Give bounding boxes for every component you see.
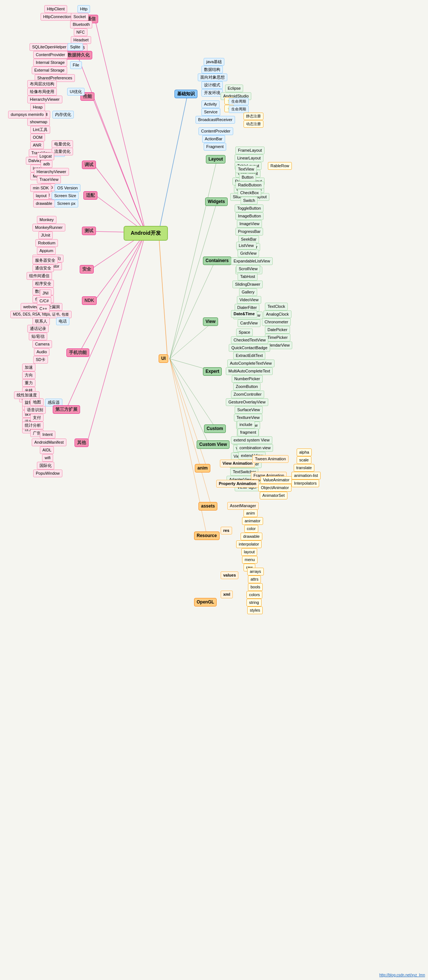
node-jiasu: 加速 <box>22 364 35 371</box>
node-drawable: drawable <box>33 200 55 207</box>
node-sheji: 设计模式 <box>202 81 223 89</box>
svg-line-12 <box>159 232 167 359</box>
category-anim[interactable]: anim <box>195 464 210 473</box>
center-node: Android开发 <box>124 226 168 241</box>
node-tabhost: TabHost <box>238 273 258 280</box>
node-cpp: C++ <box>37 305 50 313</box>
svg-line-15 <box>170 261 215 359</box>
category-custom[interactable]: Custom <box>204 425 226 433</box>
node-hierarchyviewer1: HierarchyViewer <box>27 95 62 103</box>
node-liuliang: 流量优化 <box>52 148 73 155</box>
node-lianxiren: 联系人 <box>32 317 50 325</box>
node-values: values <box>221 571 239 579</box>
node-multiauto: MultiAutoCompleteText <box>226 367 273 375</box>
node-yuyin: 语音识别 <box>24 406 46 414</box>
node-manifest: AndroidManifest <box>32 439 67 446</box>
node-autocomplete: AutoCompleteTextView <box>227 360 275 367</box>
category-customview[interactable]: Custom View <box>197 441 229 449</box>
category-resource[interactable]: Resource <box>194 531 220 540</box>
node-button: Button <box>239 173 256 181</box>
category-layout[interactable]: Layout <box>206 155 226 164</box>
category-opengl[interactable]: OpenGL <box>194 598 216 606</box>
category-widgets[interactable]: Widgets <box>205 197 228 206</box>
category-shipei[interactable]: 适配 <box>83 191 97 200</box>
node-translate: translate <box>294 464 314 472</box>
node-res-interpolator: interpolator <box>236 540 262 548</box>
node-tonghua: 通话记录 <box>27 325 49 332</box>
node-java: java基础 <box>204 58 224 66</box>
category-shuju[interactable]: 数据持久化 <box>65 51 92 59</box>
node-screensize: Screen Size <box>52 192 79 200</box>
node-bluetooth: Bluetooth <box>70 21 92 29</box>
node-heap1: Heap <box>30 103 45 111</box>
category-containers[interactable]: Containers <box>203 256 231 265</box>
svg-line-2 <box>92 97 146 232</box>
svg-line-10 <box>87 232 146 443</box>
svg-line-7 <box>94 232 146 301</box>
node-robotium: Robotium <box>35 239 58 247</box>
svg-line-9 <box>66 232 146 410</box>
node-aidl: AIDL <box>40 446 54 454</box>
node-dianliang: 电量优化 <box>52 140 73 148</box>
node-zoomctrl: ZoomController <box>231 391 264 398</box>
node-sqlite: Sqlite <box>67 43 83 51</box>
node-activity-life: 生命周期 <box>229 98 249 105</box>
node-activity: Activity <box>202 100 220 108</box>
node-radiobutton: RadioButoon <box>235 181 264 189</box>
node-http: Http <box>78 5 90 13</box>
node-gridview: GridView <box>238 250 259 257</box>
node-viewanim: View Animation <box>220 460 255 467</box>
node-animatorset: AnimatorSet <box>260 492 287 500</box>
category-shouji[interactable]: 手机功能 <box>67 348 89 357</box>
node-c: C/C# <box>37 297 51 305</box>
category-assets[interactable]: assets <box>199 502 217 511</box>
node-minsdk: min SDK <box>30 184 51 192</box>
node-bools: bools <box>248 583 263 591</box>
category-view[interactable]: View <box>203 317 218 326</box>
svg-line-20 <box>170 359 207 468</box>
node-internal-storage: Internal Storage <box>33 59 67 67</box>
category-tiaoshi[interactable]: 调试 <box>82 161 96 169</box>
node-checkbox: CheckBox <box>238 189 261 197</box>
node-httpclient: HttpClient <box>44 5 67 13</box>
node-fragment2: fragment <box>238 428 259 436</box>
node-valueanimator: ValueAnimator <box>261 476 292 484</box>
node-intent: Intent <box>40 431 55 439</box>
node-duanxin: 短/彩信 <box>29 332 47 340</box>
node-dianhua: 电话 <box>56 317 69 325</box>
node-anr: ANR <box>30 142 44 149</box>
node-zhongli: 重力 <box>22 379 35 387</box>
node-scale: scale <box>297 456 312 464</box>
node-socket: Socket <box>71 13 89 21</box>
node-logcat-t: Logcat <box>37 153 54 160</box>
node-service-life: 生命周期 <box>229 105 249 113</box>
node-shujujg: 数据结构 <box>202 66 223 73</box>
node-gallery: Gallery <box>239 288 257 296</box>
node-zoombutton: ZoomButton <box>233 383 261 391</box>
category-jichu[interactable]: 基础知识 <box>175 90 197 98</box>
node-tongxinan: 通信安全 <box>32 264 54 272</box>
node-lint1: Lint工具 <box>30 126 50 134</box>
node-numberpicker: NumberPicker <box>232 375 263 383</box>
node-zhifu: 支付 <box>30 414 43 422</box>
node-ditu: 地图 <box>30 398 43 406</box>
node-neicunyouhua: 内存优化 <box>53 111 74 118</box>
category-ceshi[interactable]: 测试 <box>82 227 96 235</box>
node-hierarchy-t: HierarchyViewer <box>34 168 69 176</box>
svg-line-14 <box>170 202 217 359</box>
node-timepicker: TimePicker <box>265 334 290 341</box>
category-expert[interactable]: Expert <box>203 367 222 376</box>
node-layout-s: layout <box>33 192 49 200</box>
node-textview: TextView <box>235 165 257 173</box>
watermark: http://blog.csdn.net/xyz_lmn <box>379 973 425 977</box>
node-audio: Audio <box>34 348 49 356</box>
category-qita[interactable]: 其他 <box>75 439 89 447</box>
node-imageview: ImageView <box>237 220 262 228</box>
node-surfaceview: SurfaceView <box>235 406 263 414</box>
category-ndk[interactable]: NDK <box>82 296 97 305</box>
category-ui[interactable]: UI <box>159 354 168 363</box>
category-anquan[interactable]: 安全 <box>80 265 94 274</box>
node-arrays: arrays <box>247 568 264 576</box>
category-disanfang[interactable]: 第三方扩展 <box>53 405 80 414</box>
node-fuwuqi: 服务器安全 <box>32 256 58 264</box>
